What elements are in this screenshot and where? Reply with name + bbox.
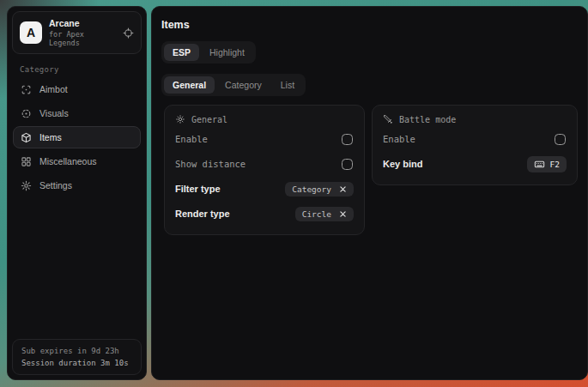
setting-label: Enable bbox=[175, 134, 208, 144]
app-name: Arcane bbox=[49, 18, 116, 28]
misc-grid-icon bbox=[21, 156, 32, 167]
battle-mode-card-header: Battle mode bbox=[383, 114, 567, 124]
items-package-icon bbox=[21, 132, 32, 143]
app-logo: A bbox=[20, 21, 42, 44]
setting-row-battle-enable: Enable bbox=[383, 129, 567, 149]
sidebar-item-label: Items bbox=[39, 132, 62, 142]
sword-icon bbox=[383, 114, 393, 124]
battle-mode-card: Battle mode Enable Key bind F2 bbox=[372, 105, 578, 185]
setting-row-show-distance: Show distance bbox=[175, 154, 354, 174]
general-card-title: General bbox=[191, 115, 227, 124]
sidebar-item-label: Miscellaneous bbox=[39, 156, 97, 166]
setting-label: Filter type bbox=[175, 184, 221, 194]
app-window: A Arcane for Apex Legends Category Aimbo… bbox=[7, 6, 582, 380]
setting-label: Render type bbox=[175, 209, 230, 219]
sun-icon bbox=[175, 114, 185, 124]
render-type-value: Circle bbox=[302, 209, 331, 219]
tab-esp[interactable]: ESP bbox=[164, 44, 199, 61]
page-title: Items bbox=[161, 19, 578, 31]
setting-row-enable: Enable bbox=[175, 129, 354, 149]
setting-row-key-bind: Key bind F2 bbox=[383, 154, 567, 174]
sidebar-item-settings[interactable]: Settings bbox=[13, 174, 141, 197]
sidebar-item-miscellaneous[interactable]: Miscellaneous bbox=[13, 150, 141, 172]
setting-label: Enable bbox=[383, 134, 415, 144]
render-type-select[interactable]: Circle bbox=[295, 207, 354, 221]
keyboard-icon bbox=[534, 159, 545, 170]
visuals-focus-icon bbox=[21, 108, 32, 119]
tab-general[interactable]: General bbox=[164, 76, 215, 94]
sub-expires-text: Sub expires in 9d 23h bbox=[21, 347, 132, 355]
key-bind-button[interactable]: F2 bbox=[527, 156, 567, 172]
sidebar-item-visuals[interactable]: Visuals bbox=[13, 102, 141, 124]
setting-row-filter-type: Filter type Category bbox=[175, 178, 354, 199]
setting-label: Key bind bbox=[383, 159, 422, 169]
show-distance-checkbox[interactable] bbox=[342, 159, 353, 170]
filter-type-value: Category bbox=[292, 184, 331, 194]
sidebar-item-label: Settings bbox=[39, 180, 72, 190]
filter-type-select[interactable]: Category bbox=[285, 182, 354, 197]
profile-text: Arcane for Apex Legends bbox=[49, 18, 116, 47]
main-panel: Items ESP Highlight General Category Lis… bbox=[151, 6, 588, 380]
close-icon[interactable] bbox=[339, 185, 347, 193]
app-subtitle: for Apex Legends bbox=[49, 30, 116, 47]
tab-list[interactable]: List bbox=[272, 76, 303, 94]
view-tab-group: General Category List bbox=[161, 74, 306, 96]
general-card-header: General bbox=[175, 114, 354, 124]
close-icon[interactable] bbox=[339, 210, 347, 218]
sidebar: A Arcane for Apex Legends Category Aimbo… bbox=[7, 6, 147, 380]
sidebar-item-label: Visuals bbox=[39, 108, 69, 118]
battle-enable-checkbox[interactable] bbox=[555, 134, 566, 145]
tab-highlight[interactable]: Highlight bbox=[201, 44, 253, 61]
tab-category[interactable]: Category bbox=[216, 76, 270, 94]
setting-row-render-type: Render type Circle bbox=[175, 203, 354, 224]
key-bind-value: F2 bbox=[550, 160, 560, 169]
sidebar-section-label: Category bbox=[20, 65, 142, 74]
aimbot-crosshair-icon bbox=[21, 84, 32, 95]
sidebar-item-label: Aimbot bbox=[39, 84, 68, 94]
sidebar-item-aimbot[interactable]: Aimbot bbox=[13, 78, 141, 100]
mode-tab-group: ESP Highlight bbox=[161, 41, 256, 63]
battle-mode-card-title: Battle mode bbox=[399, 115, 456, 124]
gear-icon bbox=[21, 180, 32, 191]
crosshair-icon[interactable] bbox=[123, 27, 134, 39]
profile-card: A Arcane for Apex Legends bbox=[12, 11, 142, 54]
session-duration-text: Session duration 3m 10s bbox=[21, 359, 132, 367]
subscription-info-card: Sub expires in 9d 23h Session duration 3… bbox=[12, 339, 142, 375]
enable-checkbox[interactable] bbox=[342, 134, 353, 145]
sidebar-item-items[interactable]: Items bbox=[13, 126, 141, 148]
setting-label: Show distance bbox=[175, 159, 246, 169]
general-settings-card: General Enable Show distance Filter type… bbox=[164, 105, 365, 235]
